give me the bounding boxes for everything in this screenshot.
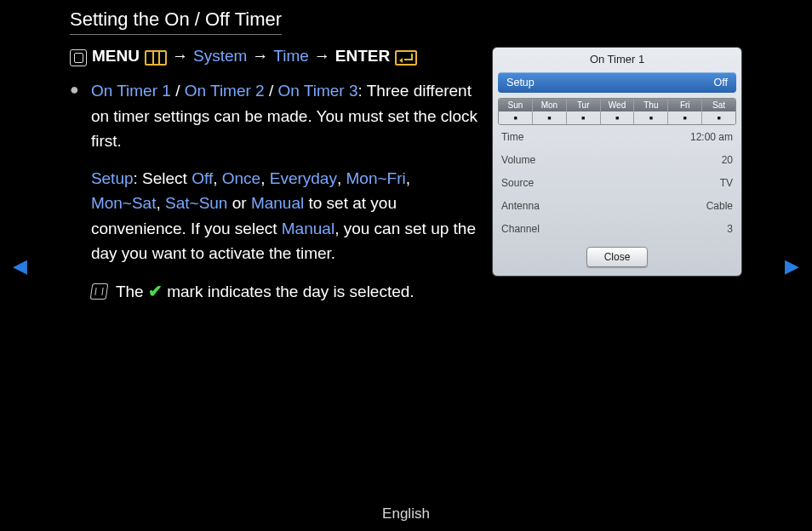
paragraph-1: On Timer 1 / On Timer 2 / On Timer 3: Th…	[91, 78, 478, 153]
panel-row-key: Channel	[501, 223, 540, 235]
opt-satsun: Sat~Sun	[165, 194, 227, 212]
opt-manual-2: Manual	[282, 220, 335, 237]
panel-row-key: Antenna	[501, 200, 540, 212]
panel-row-channel[interactable]: Channel 3	[493, 217, 741, 240]
note-pre: The	[116, 283, 148, 300]
menu-icon	[145, 50, 167, 66]
panel-row-val: 20	[722, 154, 733, 166]
day-head: Sat	[702, 99, 735, 111]
check-icon: ✔	[148, 282, 163, 300]
breadcrumb-system: System	[193, 43, 247, 68]
arrow-icon: →	[172, 43, 188, 68]
enter-label: ENTER	[335, 43, 390, 68]
paragraph-2: Setup: Select Off, Once, Everyday, Mon~F…	[91, 166, 478, 266]
day-head: Mon	[533, 99, 567, 111]
day-cell[interactable]: ■	[533, 111, 567, 124]
day-cell[interactable]: ■	[668, 111, 702, 124]
prev-page-button[interactable]: ◀	[13, 255, 27, 277]
panel-row-time[interactable]: Time 12:00 am	[493, 125, 741, 148]
panel-row-val: TV	[720, 177, 733, 189]
opt-manual: Manual	[251, 194, 304, 212]
day-head: Sun	[499, 99, 533, 111]
day-cell[interactable]: ■	[499, 111, 533, 124]
opt-monsat: Mon~Sat	[91, 194, 157, 212]
arrow-icon: →	[252, 43, 268, 68]
page-title: Setting the On / Off Timer	[70, 9, 282, 35]
panel-row-key: Source	[501, 177, 534, 189]
on-timer-3: On Timer 3	[278, 82, 358, 100]
panel-title: On Timer 1	[493, 48, 741, 69]
arrow-icon: →	[314, 43, 330, 68]
panel-row-antenna[interactable]: Antenna Cable	[493, 194, 741, 217]
day-head: Tur	[567, 99, 601, 111]
on-timer-2: On Timer 2	[185, 82, 265, 100]
breadcrumb: MENU → System → Time → ENTER	[70, 43, 478, 68]
note-line: The ✔ mark indicates the day is selected…	[91, 278, 478, 305]
opt-monfri: Mon~Fri	[346, 169, 406, 187]
close-button[interactable]: Close	[586, 247, 648, 267]
day-cell[interactable]: ■	[634, 111, 668, 124]
note-post: mark indicates the day is selected.	[167, 283, 414, 300]
panel-setup-label: Setup	[506, 77, 535, 88]
day-head: Thu	[634, 99, 668, 111]
opt-off: Off	[192, 169, 213, 187]
menu-label: MENU	[92, 43, 140, 68]
day-cell[interactable]: ■	[601, 111, 635, 124]
preview-panel: On Timer 1 Setup Off Sun Mon Tur Wed Thu…	[492, 47, 742, 277]
day-cell[interactable]: ■	[567, 111, 601, 124]
footer-language: English	[0, 505, 812, 522]
enter-icon	[395, 50, 417, 66]
opt-once: Once	[222, 169, 260, 187]
on-timer-1: On Timer 1	[91, 82, 171, 100]
day-cell[interactable]: ■	[702, 111, 735, 124]
panel-setup-value: Off	[714, 77, 728, 88]
panel-row-source[interactable]: Source TV	[493, 171, 741, 194]
breadcrumb-time: Time	[273, 43, 309, 68]
note-icon	[90, 283, 109, 300]
setup-word: Setup	[91, 169, 134, 187]
day-head: Wed	[601, 99, 635, 111]
panel-row-val: Cable	[706, 200, 733, 212]
bullet-icon: ●	[70, 78, 79, 304]
panel-row-val: 12:00 am	[690, 131, 733, 143]
next-page-button[interactable]: ▶	[785, 255, 799, 277]
panel-row-key: Volume	[501, 154, 535, 166]
panel-row-volume[interactable]: Volume 20	[493, 148, 741, 171]
panel-setup-row[interactable]: Setup Off	[498, 72, 736, 93]
panel-row-val: 3	[727, 223, 733, 235]
panel-row-key: Time	[501, 131, 523, 143]
panel-days-table: Sun Mon Tur Wed Thu Fri Sat ■ ■ ■ ■ ■	[498, 98, 736, 125]
remote-icon	[70, 49, 87, 66]
day-head: Fri	[668, 99, 702, 111]
opt-everyday: Everyday	[270, 169, 337, 187]
